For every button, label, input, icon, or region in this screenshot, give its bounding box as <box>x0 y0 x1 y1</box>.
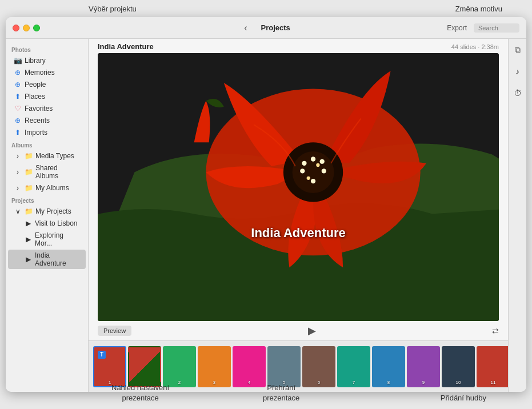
slideshow-icon-2: ▶ <box>24 235 32 243</box>
titlebar: ‹ Projects Export <box>6 17 526 39</box>
sidebar-item-shared-albums[interactable]: › 📁 Shared Albums <box>8 162 86 182</box>
slide-number-1: 1 <box>109 380 111 385</box>
filmstrip-slide-1[interactable]: T 1 <box>93 346 126 387</box>
favorites-icon: ♡ <box>14 105 22 113</box>
sidebar-label-library: Library <box>25 57 46 65</box>
svg-point-8 <box>322 169 326 173</box>
theme-icon[interactable]: ⧉ <box>511 43 524 56</box>
right-sidebar: ⧉ ♪ ⏱ <box>508 39 526 392</box>
filmstrip-slide-2[interactable]: 2 <box>163 346 196 387</box>
filmstrip-slide-8[interactable]: 8 <box>372 346 405 387</box>
sidebar-item-india-adventure[interactable]: ▶ India Adventure <box>8 250 86 269</box>
svg-point-6 <box>320 159 325 164</box>
chevron-right-icon-2: › <box>14 168 22 176</box>
sidebar-item-memories[interactable]: ⊕ Memories <box>8 67 86 78</box>
sidebar-item-people[interactable]: ⊕ People <box>8 79 86 90</box>
sidebar-label-my-projects: My Projects <box>35 207 71 215</box>
traffic-lights <box>13 25 40 31</box>
export-button[interactable]: Export <box>447 24 467 32</box>
annotation-theme-change: Změna motivu <box>455 5 502 13</box>
sidebar-item-my-projects[interactable]: ∨ 📁 My Projects <box>8 206 86 217</box>
titlebar-center: ‹ Projects <box>242 23 290 33</box>
play-button[interactable]: ▶ <box>308 324 316 337</box>
shuffle-button[interactable]: ⇄ <box>492 326 499 335</box>
window-title: Projects <box>261 23 290 32</box>
my-projects-icon: 📁 <box>25 207 33 215</box>
sidebar-label-favorites: Favorites <box>25 105 53 113</box>
chevron-right-icon: › <box>14 152 22 160</box>
sidebar-label-media-types: Media Types <box>35 152 74 160</box>
annotation-add-music: Přidání hudby <box>441 393 486 403</box>
close-button[interactable] <box>13 25 19 31</box>
projects-section-label: Projects <box>6 194 88 205</box>
annotation-project-select: Výběr projektu <box>89 5 137 13</box>
sidebar-item-visit-lisbon[interactable]: ▶ Visit to Lisbon <box>8 218 86 229</box>
recents-icon: ⊕ <box>14 117 22 125</box>
clock-icon[interactable]: ⏱ <box>511 87 524 99</box>
slide-number-10: 10 <box>456 380 461 385</box>
sidebar-label-exploring-mor: Exploring Mor... <box>35 231 80 247</box>
main-window: ‹ Projects Export Photos 📷 Library ⊕ Mem… <box>6 17 526 392</box>
slide-background-image <box>98 53 499 321</box>
sidebar-item-my-albums[interactable]: › 📁 My Albums <box>8 182 86 194</box>
svg-point-9 <box>300 169 305 173</box>
minimize-button[interactable] <box>23 25 30 31</box>
titlebar-right: Export <box>447 23 519 33</box>
preview-button[interactable]: Preview <box>98 326 131 336</box>
svg-point-10 <box>311 179 315 183</box>
slideshow-preview: India Adventure <box>98 53 499 321</box>
project-name: India Adventure <box>98 42 154 51</box>
main-content: Photos 📷 Library ⊕ Memories ⊕ People ⬆ P… <box>6 39 526 392</box>
albums-section-label: Albums <box>6 139 88 150</box>
sidebar-item-imports[interactable]: ⬆ Imports <box>8 127 86 138</box>
sidebar-label-visit-lisbon: Visit to Lisbon <box>35 219 78 227</box>
filmstrip-slide-7[interactable]: 7 <box>337 346 370 387</box>
controls-bar: Preview ▶ ⇄ <box>89 321 508 340</box>
slide-number-4: 4 <box>248 380 250 385</box>
sidebar-label-india-adventure: India Adventure <box>35 251 80 267</box>
filmstrip-slide-3[interactable]: 3 <box>198 346 231 387</box>
filmstrip-slide-11[interactable]: 11 <box>477 346 508 387</box>
slide-number-5: 5 <box>283 380 285 385</box>
filmstrip-slide-10[interactable]: 10 <box>442 346 475 387</box>
svg-point-12 <box>307 177 310 180</box>
sidebar-label-people: People <box>25 81 46 89</box>
slide-number-8: 8 <box>387 380 390 385</box>
sidebar-item-places[interactable]: ⬆ Places <box>8 91 86 102</box>
media-types-icon: 📁 <box>25 152 33 160</box>
sidebar-item-media-types[interactable]: › 📁 Media Types <box>8 150 86 162</box>
title-indicator: T <box>98 351 106 359</box>
library-icon: 📷 <box>14 57 22 65</box>
places-icon: ⬆ <box>14 93 22 101</box>
right-panel: India Adventure 44 slides · 2:38m <box>89 39 508 392</box>
sidebar-label-memories: Memories <box>25 69 55 77</box>
slide-number-2: 2 <box>178 380 181 385</box>
filmstrip-slide-4[interactable]: 4 <box>233 346 266 387</box>
sidebar-label-shared-albums: Shared Albums <box>35 164 80 180</box>
slide-number-3: 3 <box>213 380 215 385</box>
filmstrip-slide-5[interactable]: 5 <box>267 346 301 387</box>
maximize-button[interactable] <box>33 25 40 31</box>
svg-point-5 <box>302 161 306 166</box>
imports-icon: ⬆ <box>14 129 22 137</box>
filmstrip-slide-6[interactable]: 6 <box>302 346 335 387</box>
sidebar-item-exploring-mor[interactable]: ▶ Exploring Mor... <box>8 230 86 249</box>
chevron-right-icon-3: › <box>14 184 22 192</box>
back-button[interactable]: ‹ <box>242 23 249 33</box>
filmstrip-slide-9[interactable]: 9 <box>407 346 440 387</box>
search-input[interactable] <box>474 23 519 33</box>
sidebar-item-favorites[interactable]: ♡ Favorites <box>8 103 86 114</box>
sidebar-label-recents: Recents <box>25 117 50 125</box>
sidebar-item-recents[interactable]: ⊕ Recents <box>8 115 86 126</box>
slide-number-7: 7 <box>353 380 355 385</box>
slideshow-icon-3: ▶ <box>24 255 32 263</box>
slides-info: 44 slides · 2:38m <box>451 43 499 50</box>
memories-icon: ⊕ <box>14 69 22 77</box>
shared-albums-icon: 📁 <box>25 168 33 176</box>
filmstrip-slide-1b[interactable] <box>128 346 161 387</box>
chevron-down-icon: ∨ <box>14 207 22 215</box>
sidebar-item-library[interactable]: 📷 Library <box>8 55 86 66</box>
music-icon[interactable]: ♪ <box>511 65 524 78</box>
svg-point-11 <box>316 163 319 167</box>
my-albums-icon: 📁 <box>25 184 33 192</box>
